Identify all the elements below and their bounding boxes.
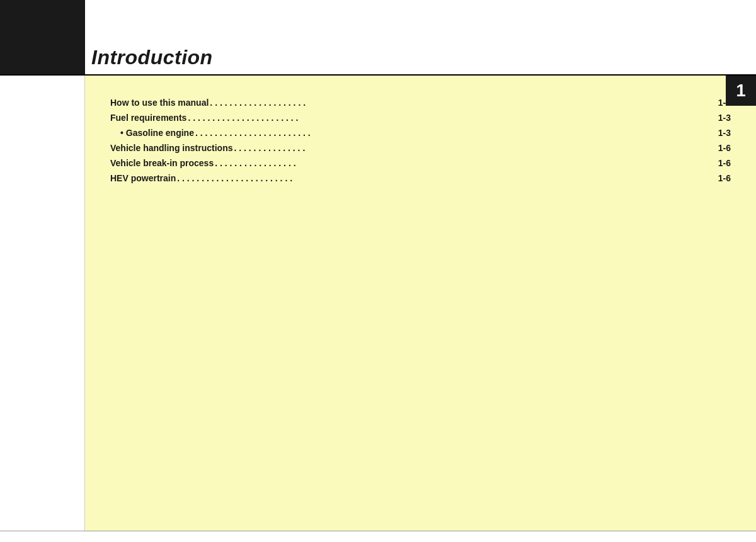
toc-item-vehicle-break-in[interactable]: Vehicle break-in process . . . . . . . .… bbox=[110, 158, 731, 171]
bottom-border bbox=[0, 531, 756, 542]
header-title-area: Introduction bbox=[85, 0, 756, 74]
toc-list: How to use this manual . . . . . . . . .… bbox=[110, 98, 731, 186]
header: Introduction bbox=[0, 0, 756, 76]
toc-dots: . . . . . . . . . . . . . . . . . . . . … bbox=[195, 128, 717, 138]
chapter-badge: 1 bbox=[726, 76, 756, 106]
toc-label: Vehicle break-in process bbox=[110, 158, 214, 168]
toc-dots: . . . . . . . . . . . . . . . bbox=[234, 143, 716, 154]
toc-item-how-to-use[interactable]: How to use this manual . . . . . . . . .… bbox=[110, 98, 731, 110]
toc-dots: . . . . . . . . . . . . . . . . . . . . … bbox=[177, 173, 717, 184]
toc-item-hev-powertrain[interactable]: HEV powertrain . . . . . . . . . . . . .… bbox=[110, 173, 731, 186]
toc-label: • Gasoline engine bbox=[120, 128, 194, 138]
header-black-box bbox=[0, 0, 85, 74]
bottom-right bbox=[85, 531, 756, 542]
toc-label: Fuel requirements bbox=[110, 113, 186, 123]
content-area: 1 How to use this manual . . . . . . . .… bbox=[85, 76, 756, 531]
toc-page: 1-3 bbox=[718, 113, 731, 123]
bottom-left bbox=[0, 531, 85, 542]
toc-item-fuel-requirements[interactable]: Fuel requirements . . . . . . . . . . . … bbox=[110, 113, 731, 125]
toc-dots: . . . . . . . . . . . . . . . . . . . . … bbox=[188, 113, 716, 123]
toc-item-gasoline-engine[interactable]: • Gasoline engine . . . . . . . . . . . … bbox=[110, 128, 731, 140]
toc-item-vehicle-handling[interactable]: Vehicle handling instructions . . . . . … bbox=[110, 143, 731, 155]
page-title: Introduction bbox=[91, 46, 213, 69]
toc-page: 1-6 bbox=[718, 173, 731, 183]
left-sidebar bbox=[0, 76, 85, 531]
toc-page: 1-6 bbox=[718, 143, 731, 153]
toc-dots: . . . . . . . . . . . . . . . . . . . . bbox=[210, 98, 716, 108]
page-container: Introduction 1 How to use this manual . … bbox=[0, 0, 756, 542]
toc-label: HEV powertrain bbox=[110, 173, 176, 183]
toc-page: 1-6 bbox=[718, 158, 731, 168]
toc-page: 1-3 bbox=[718, 128, 731, 138]
toc-label: Vehicle handling instructions bbox=[110, 143, 232, 153]
toc-label: How to use this manual bbox=[110, 98, 209, 108]
main-content: 1 How to use this manual . . . . . . . .… bbox=[0, 76, 756, 531]
toc-dots: . . . . . . . . . . . . . . . . . bbox=[215, 158, 717, 169]
